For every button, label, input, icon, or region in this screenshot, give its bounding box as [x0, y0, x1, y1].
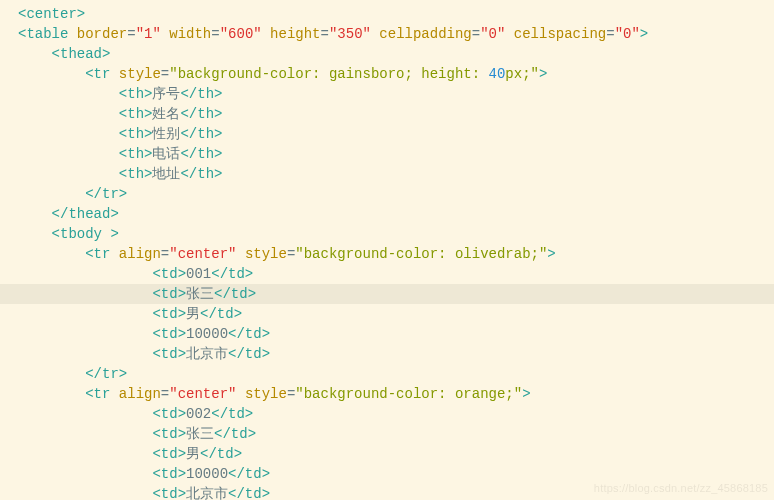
code-line: </tr> — [18, 184, 774, 204]
code-line: </thead> — [18, 204, 774, 224]
code-line: <th>姓名</th> — [18, 104, 774, 124]
code-line: <td>001</td> — [18, 264, 774, 284]
code-line: <tr style="background-color: gainsboro; … — [18, 64, 774, 84]
code-line: <td>男</td> — [18, 304, 774, 324]
code-line: <th>性别</th> — [18, 124, 774, 144]
code-line: <td>10000</td> — [18, 324, 774, 344]
code-line: </tr> — [18, 364, 774, 384]
code-block: <center><table border="1" width="600" he… — [0, 0, 774, 500]
code-line: <td>北京市</td> — [18, 344, 774, 364]
code-line: <tbody > — [18, 224, 774, 244]
code-line: <th>序号</th> — [18, 84, 774, 104]
code-line: <td>002</td> — [18, 404, 774, 424]
watermark-text: https://blog.csdn.net/zz_45868185 — [594, 478, 768, 498]
code-line: <tr align="center" style="background-col… — [18, 384, 774, 404]
code-line: <thead> — [18, 44, 774, 64]
code-line: <td>张三</td> — [0, 284, 774, 304]
code-line: <center> — [18, 4, 774, 24]
code-line: <td>张三</td> — [18, 424, 774, 444]
code-line: <td>男</td> — [18, 444, 774, 464]
code-line: <th>地址</th> — [18, 164, 774, 184]
code-line: <table border="1" width="600" height="35… — [18, 24, 774, 44]
code-line: <th>电话</th> — [18, 144, 774, 164]
code-line: <tr align="center" style="background-col… — [18, 244, 774, 264]
